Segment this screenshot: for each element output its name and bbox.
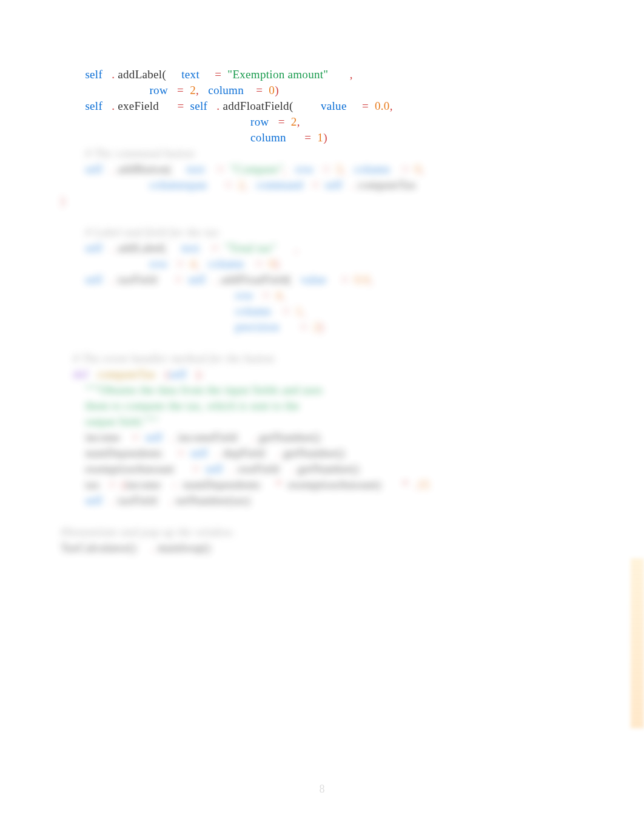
token-com: # The command button — [85, 147, 195, 160]
token-kw: row — [295, 163, 314, 175]
token-plain: tax — [85, 478, 109, 491]
code-line: ) — [61, 193, 583, 209]
token-plain — [326, 273, 341, 286]
token-num: 3 — [336, 163, 342, 175]
code-line: tax = (income - numDependents * exemptio… — [61, 477, 583, 493]
token-str: "Compute" — [230, 163, 283, 175]
token-kw: column — [235, 305, 271, 317]
token-op: = — [217, 163, 230, 175]
token-op: = — [215, 68, 227, 81]
token-kw: self — [190, 447, 208, 459]
token-op: , — [283, 163, 295, 175]
token-op: . — [152, 541, 158, 554]
token-op: . — [253, 431, 259, 444]
token-plain: income — [85, 431, 132, 444]
token-plain — [271, 305, 283, 317]
token-op: ): — [187, 368, 203, 380]
token-plain: taxField — [118, 494, 169, 507]
token-op: = — [312, 178, 325, 191]
token-plain: addFloatField( — [221, 273, 300, 286]
token-com: #Instantiate and pop up the window. — [61, 526, 235, 538]
token-plain — [61, 510, 64, 522]
token-num: 4 — [276, 289, 282, 302]
token-num: 0.0 — [375, 100, 390, 112]
token-plain — [200, 242, 212, 254]
token-plain: exemptionAmount) — [288, 478, 403, 491]
token-plain: TaxCalculator() — [61, 541, 152, 554]
token-op: = — [278, 115, 291, 128]
token-op: = — [341, 273, 354, 286]
token-num: 0 — [269, 257, 275, 270]
token-op: = — [301, 320, 314, 333]
blurred-code-block: # The command button self . addButton( t… — [61, 146, 583, 556]
code-line: column = 1, — [61, 303, 583, 319]
clear-code-block: self . addLabel( text = "Exemption amoun… — [61, 67, 583, 146]
token-kw: text — [181, 68, 200, 81]
token-plain — [269, 115, 278, 128]
token-op: . — [102, 273, 118, 286]
token-op: * . — [403, 478, 418, 491]
token-fn: computeTax — [98, 368, 156, 380]
code-line: self . addLabel( text = "Exemption amoun… — [61, 67, 583, 83]
code-line: output field.""" — [61, 414, 583, 430]
token-kw: self — [325, 178, 343, 191]
token-plain: computeTax — [358, 178, 417, 191]
token-plain: addFloatField( — [223, 100, 293, 112]
token-op: ) — [320, 320, 324, 333]
token-kw: value — [301, 273, 327, 286]
code-line: #Instantiate and pop up the window. — [61, 524, 583, 540]
token-plain — [286, 131, 304, 144]
token-op: ) — [275, 84, 279, 96]
token-de: def — [73, 368, 88, 380]
page-edge-shadow — [631, 558, 644, 728]
code-line: # The event handler method for the butto… — [61, 351, 583, 367]
token-op: , — [302, 305, 305, 317]
token-op: . — [102, 163, 118, 175]
token-plain — [200, 68, 215, 81]
token-op: , — [369, 273, 375, 286]
token-op: . — [343, 178, 358, 191]
token-op: . — [223, 462, 238, 475]
token-kw: columnspan — [149, 178, 207, 191]
token-kw: self — [85, 68, 102, 81]
token-op: * — [276, 478, 288, 491]
token-plain — [244, 257, 256, 270]
token-kw: self — [169, 368, 187, 380]
token-num: 1 — [296, 305, 302, 317]
token-plain: getNumber() — [283, 447, 344, 459]
token-plain — [88, 368, 97, 380]
code-line: row = 4, — [61, 288, 583, 303]
token-kw: precision — [235, 320, 279, 333]
token-op: . — [102, 68, 118, 81]
token-op: , — [196, 257, 208, 270]
token-op: . — [207, 100, 223, 112]
token-kw: row — [250, 115, 269, 128]
token-op: = — [175, 273, 188, 286]
page-number: 8 — [320, 783, 325, 796]
token-kw: self — [85, 163, 102, 175]
token-op: ( — [156, 368, 169, 380]
token-plain — [61, 336, 64, 349]
token-plain — [166, 68, 181, 81]
token-op: = — [283, 305, 296, 317]
token-plain: numDependents — [85, 447, 178, 459]
token-op: = — [193, 462, 206, 475]
token-kw: self — [85, 273, 102, 286]
code-line: income = self . incomeField . getNumber(… — [61, 430, 583, 445]
token-op: = — [256, 84, 269, 96]
token-plain: depField — [223, 447, 277, 459]
token-plain: numDependents — [183, 478, 276, 491]
code-line: numDependents = self . depField . getNum… — [61, 445, 583, 461]
token-op: = — [362, 100, 375, 112]
token-kw: self — [190, 100, 208, 112]
token-plain: getNumber() — [259, 431, 320, 444]
code-line: """Obtains the data from the input field… — [61, 382, 583, 398]
token-com: # The event handler method for the butto… — [73, 352, 275, 365]
token-op: = ( — [109, 478, 126, 491]
token-kw: row — [235, 289, 253, 302]
token-kw: command — [257, 178, 303, 191]
code-line: column = 1) — [61, 130, 583, 146]
token-plain — [205, 163, 217, 175]
token-plain: taxField — [118, 273, 175, 286]
token-plain: addLabel( — [118, 242, 181, 254]
